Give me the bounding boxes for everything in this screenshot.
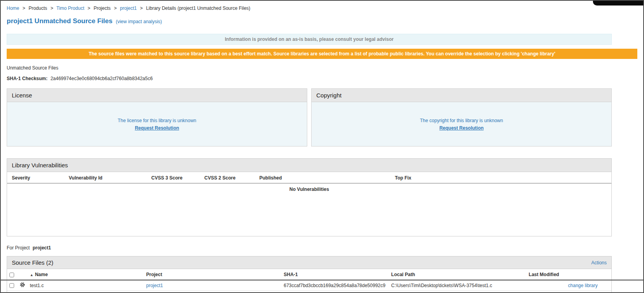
vulnerabilities-header-row: Severity Vulnerability Id CVSS 3 Score C…	[7, 172, 611, 183]
file-local-path: C:\Users\Timi\Desktop\tickets\WSA-3754\t…	[389, 280, 527, 291]
license-panel: License The license for this library is …	[7, 88, 307, 146]
breadcrumb-home[interactable]: Home	[7, 5, 19, 11]
file-name: test1.c	[28, 280, 144, 291]
breadcrumb-separator: >	[114, 5, 117, 11]
library-vulnerabilities-panel: Library Vulnerabilities Severity Vulnera…	[7, 158, 612, 236]
source-files-header: Source Files (2) Actions	[7, 256, 611, 269]
table-row: test2.c project1 eb528ce4d5d4e6ac36669a7…	[7, 291, 611, 293]
sha1-checksum-value: 2a469974ec3e0c68094cb6a2cf760a8b8342a5c6	[50, 76, 152, 81]
source-files-table: ▲Name Project SHA-1 Local Path Last Modi…	[7, 269, 611, 293]
library-vulnerabilities-title: Library Vulnerabilities	[7, 159, 611, 172]
license-panel-body: The license for this library is unknown …	[7, 102, 307, 146]
library-name: Unmatched Source Files	[7, 65, 637, 71]
vulnerabilities-empty-row: No Vulnerabilities	[7, 183, 611, 236]
copyright-unknown-message: The copyright for this library is unknow…	[420, 118, 503, 123]
source-files-panel: Source Files (2) Actions ▲Name Project S…	[7, 256, 612, 293]
select-all-checkbox[interactable]	[9, 273, 14, 277]
gear-column-header	[17, 269, 28, 280]
file-last-modified	[527, 291, 566, 293]
gear-icon[interactable]	[20, 282, 25, 288]
source-files-header-row: ▲Name Project SHA-1 Local Path Last Modi…	[7, 269, 611, 280]
breadcrumb-projects: Projects	[94, 5, 110, 11]
legal-info-banner: Information is provided on an as-is basi…	[7, 34, 612, 45]
breadcrumb-separator: >	[140, 5, 143, 11]
breadcrumb-products: Products	[29, 5, 47, 11]
copyright-request-resolution-link[interactable]: Request Resolution	[439, 125, 484, 131]
breadcrumb-current: Library Details (project1 Unmatched Sour…	[146, 5, 250, 11]
project-link[interactable]: project1	[146, 283, 163, 288]
source-files-title: Source Files (2)	[12, 259, 53, 266]
view-impact-analysis-link[interactable]: (view impact analysis)	[116, 19, 162, 24]
license-copyright-panels: License The license for this library is …	[7, 88, 612, 146]
col-top-fix: Top Fix	[390, 172, 611, 183]
breadcrumb-separator: >	[22, 5, 25, 11]
sha1-checksum-line: SHA-1 Checksum: 2a469974ec3e0c68094cb6a2…	[7, 76, 637, 81]
breadcrumb-product[interactable]: Timo Product	[57, 5, 84, 11]
overlay-artifact	[593, 1, 643, 5]
copyright-panel: Copyright The copyright for this library…	[311, 88, 612, 146]
col-last-modified-header[interactable]: Last Modified	[527, 269, 566, 280]
vulnerabilities-table: Severity Vulnerability Id CVSS 3 Score C…	[7, 172, 611, 236]
col-cvss2-score: CVSS 2 Score	[200, 172, 255, 183]
copyright-panel-title: Copyright	[312, 89, 611, 102]
table-row: test1.c project1 673ccaf7bd3cbccb169a29c…	[7, 280, 611, 291]
col-vulnerability-id: Vulnerability Id	[64, 172, 147, 183]
file-last-modified	[527, 280, 566, 291]
row-checkbox[interactable]	[9, 283, 14, 288]
title-row: project1 Unmatched Source Files (view im…	[7, 17, 637, 25]
page-title: project1 Unmatched Source Files	[7, 17, 112, 25]
file-local-path: C:\Users\Timi\Desktop\tickets\WSA-3754\t…	[389, 291, 527, 293]
for-project-prefix: For Project	[7, 245, 30, 251]
breadcrumb: Home > Products > Timo Product > Project…	[1, 1, 643, 11]
col-cvss3-score: CVSS 3 Score	[147, 172, 200, 183]
for-project-name: project1	[33, 245, 51, 251]
breadcrumb-separator: >	[50, 5, 53, 11]
col-local-path-header[interactable]: Local Path	[389, 269, 527, 280]
col-project-header[interactable]: Project	[144, 269, 281, 280]
page-frame: Home > Products > Timo Product > Project…	[0, 0, 644, 293]
col-name-header[interactable]: Name	[35, 272, 48, 277]
file-name: test2.c	[28, 291, 144, 293]
actions-link[interactable]: Actions	[591, 260, 607, 266]
license-unknown-message: The license for this library is unknown	[117, 118, 196, 123]
for-project-line: For Project project1	[7, 245, 637, 251]
no-vulnerabilities-message: No Vulnerabilities	[7, 183, 611, 236]
change-library-link[interactable]: change library	[568, 283, 598, 288]
sort-ascending-icon[interactable]: ▲	[30, 273, 33, 277]
breadcrumb-project[interactable]: project1	[120, 5, 137, 11]
file-sha1: 673ccaf7bd3cbccb169a29c854a8a78de50992c9	[281, 280, 389, 291]
file-sha1: eb528ce4d5d4e6ac36669a77a1bd00c7320f5552	[281, 291, 389, 293]
breadcrumb-separator: >	[88, 5, 90, 11]
license-panel-title: License	[7, 89, 307, 102]
col-published: Published	[255, 172, 390, 183]
col-severity: Severity	[7, 172, 64, 183]
col-action-header	[566, 269, 611, 280]
bottom-divider	[1, 280, 643, 280]
copyright-panel-body: The copyright for this library is unknow…	[312, 102, 611, 146]
col-sha1-header[interactable]: SHA-1	[281, 269, 389, 280]
license-request-resolution-link[interactable]: Request Resolution	[135, 125, 179, 131]
best-effort-match-warning-banner: The source files were matched to this so…	[7, 49, 637, 59]
sha1-checksum-label: SHA-1 Checksum:	[7, 76, 48, 81]
